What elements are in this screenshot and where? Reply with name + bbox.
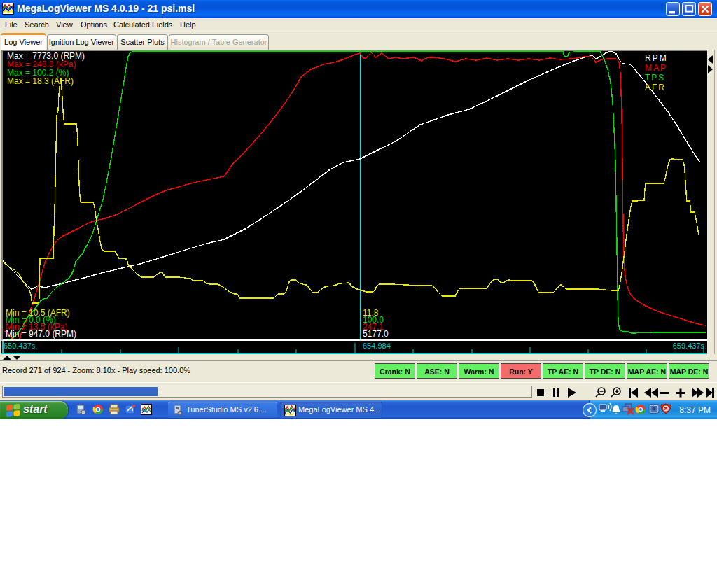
svg-text:TPS: TPS bbox=[645, 73, 665, 83]
svg-text:RPM: RPM bbox=[645, 53, 668, 63]
svg-text:AFR: AFR bbox=[645, 83, 666, 92]
svg-text:Min = 947.0 (RPM): Min = 947.0 (RPM) bbox=[6, 329, 76, 339]
svg-text:MAP: MAP bbox=[645, 63, 667, 73]
svg-text:5177.0: 5177.0 bbox=[363, 329, 389, 339]
svg-text:Max = 18.3 (AFR): Max = 18.3 (AFR) bbox=[7, 76, 74, 86]
